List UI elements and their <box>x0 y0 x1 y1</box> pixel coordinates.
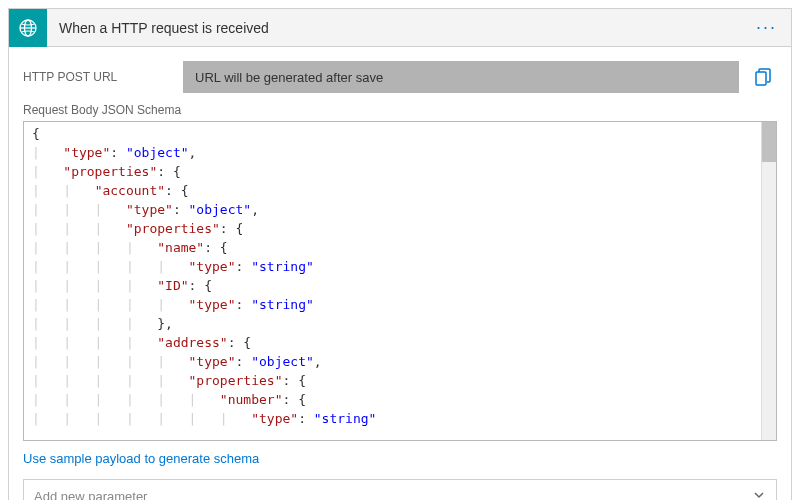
code-line: | | "account": { <box>32 181 768 200</box>
code-line: | "properties": { <box>32 162 768 181</box>
code-line: | | | | | | | "type": "string" <box>32 409 768 428</box>
card-header[interactable]: When a HTTP request is received ··· <box>9 9 791 47</box>
post-url-label: HTTP POST URL <box>23 70 173 84</box>
code-line: | "type": "object", <box>32 143 768 162</box>
scrollbar[interactable] <box>761 122 776 440</box>
code-line: { <box>32 124 768 143</box>
code-line: | | | | }, <box>32 314 768 333</box>
code-line: | | | | "address": { <box>32 333 768 352</box>
copy-icon <box>755 68 771 86</box>
http-request-trigger-card: When a HTTP request is received ··· HTTP… <box>8 8 792 500</box>
code-line: | | | | | | "number": { <box>32 390 768 409</box>
card-menu-button[interactable]: ··· <box>742 17 791 38</box>
code-line: | | | | "name": { <box>32 238 768 257</box>
svg-rect-3 <box>756 72 766 85</box>
card-body: HTTP POST URL URL will be generated afte… <box>9 47 791 500</box>
schema-label: Request Body JSON Schema <box>23 103 777 117</box>
globe-icon <box>9 9 47 47</box>
chevron-down-icon <box>752 488 766 501</box>
post-url-value: URL will be generated after save <box>183 61 739 93</box>
code-line: | | | | | "properties": { <box>32 371 768 390</box>
code-line: | | | | | "type": "object", <box>32 352 768 371</box>
code-line: | | | | | "type": "string" <box>32 295 768 314</box>
code-line: | | | | | "type": "string" <box>32 257 768 276</box>
copy-url-button[interactable] <box>749 63 777 91</box>
post-url-row: HTTP POST URL URL will be generated afte… <box>23 61 777 93</box>
use-sample-payload-link[interactable]: Use sample payload to generate schema <box>23 451 259 466</box>
scrollbar-thumb[interactable] <box>762 122 776 162</box>
code-line: | | | | "ID": { <box>32 276 768 295</box>
code-line: | | | "type": "object", <box>32 200 768 219</box>
add-parameter-placeholder: Add new parameter <box>34 489 147 501</box>
code-line: | | | "properties": { <box>32 219 768 238</box>
add-parameter-select[interactable]: Add new parameter <box>23 479 777 500</box>
schema-textarea[interactable]: {| "type": "object",| "properties": {| |… <box>23 121 777 441</box>
card-title: When a HTTP request is received <box>47 20 742 36</box>
